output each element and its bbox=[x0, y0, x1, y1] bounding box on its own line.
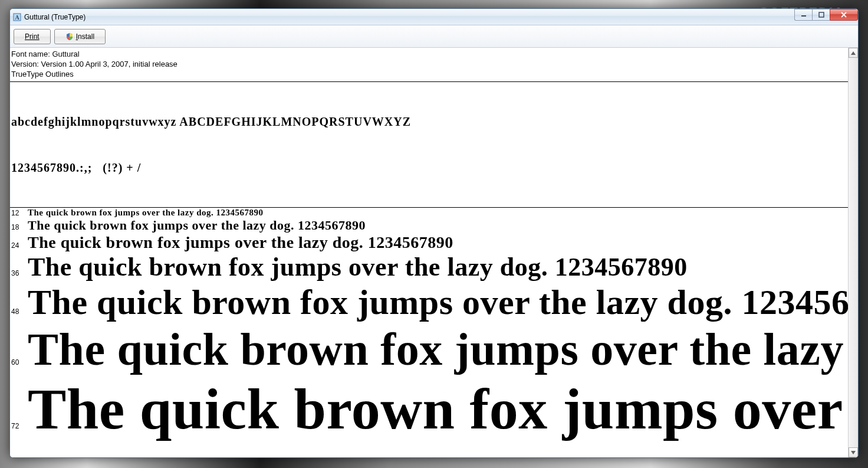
size-label: 24 bbox=[10, 241, 28, 250]
preview-pane: Font name: Guttural Version: Version 1.0… bbox=[10, 48, 848, 457]
sample-row: 48 The quick brown fox jumps over the la… bbox=[10, 282, 848, 323]
sample-text: The quick brown fox jumps over the lazy … bbox=[28, 208, 848, 218]
size-label: 72 bbox=[10, 422, 28, 430]
window-controls bbox=[794, 9, 858, 21]
svg-text:A: A bbox=[15, 14, 19, 21]
size-label: 18 bbox=[10, 223, 28, 231]
app-icon: A bbox=[12, 12, 22, 22]
svg-rect-2 bbox=[801, 15, 806, 17]
sample-lines: 12 The quick brown fox jumps over the la… bbox=[10, 208, 848, 442]
print-button[interactable]: Print bbox=[14, 29, 51, 44]
font-outline-line: TrueType Outlines bbox=[11, 69, 847, 79]
sample-row: 72 The quick brown fox jumps over the la… bbox=[10, 376, 848, 442]
svg-rect-3 bbox=[819, 12, 824, 17]
sample-row: 24 The quick brown fox jumps over the la… bbox=[10, 233, 848, 252]
sample-text: The quick brown fox jumps over the lazy … bbox=[28, 282, 848, 323]
scroll-down-button[interactable] bbox=[849, 447, 858, 457]
character-set: abcdefghijklmnopqrstuvwxyz ABCDEFGHIJKLM… bbox=[10, 82, 848, 208]
minimize-button[interactable] bbox=[794, 9, 812, 21]
size-label: 36 bbox=[10, 269, 28, 277]
scroll-up-button[interactable] bbox=[849, 48, 858, 58]
close-button[interactable] bbox=[830, 9, 858, 21]
font-name-line: Font name: Guttural bbox=[11, 49, 847, 59]
sample-text: The quick brown fox jumps over the lazy … bbox=[28, 252, 848, 282]
sample-text: The quick brown fox jumps over the lazy … bbox=[28, 233, 848, 252]
vertical-scrollbar[interactable] bbox=[848, 48, 858, 457]
titlebar[interactable]: A Guttural (TrueType) bbox=[10, 9, 858, 25]
size-label: 48 bbox=[10, 307, 28, 316]
sample-row: 60 The quick brown fox jumps over the la… bbox=[10, 323, 848, 376]
size-label: 60 bbox=[10, 358, 28, 366]
content-area: Font name: Guttural Version: Version 1.0… bbox=[10, 48, 858, 457]
font-version-line: Version: Version 1.00 April 3, 2007, ini… bbox=[11, 59, 847, 69]
sample-row: 36 The quick brown fox jumps over the la… bbox=[10, 252, 848, 282]
sample-text: The quick brown fox jumps over the lazy … bbox=[28, 376, 848, 442]
size-label: 12 bbox=[10, 209, 28, 217]
charset-lowercase-uppercase: abcdefghijklmnopqrstuvwxyz ABCDEFGHIJKLM… bbox=[11, 114, 847, 129]
sample-row: 18 The quick brown fox jumps over the la… bbox=[10, 218, 848, 233]
sample-text: The quick brown fox jumps over the lazy … bbox=[28, 218, 848, 233]
window-title: Guttural (TrueType) bbox=[24, 13, 856, 21]
shield-icon bbox=[65, 32, 74, 41]
sample-text: The quick brown fox jumps over the lazy … bbox=[28, 323, 848, 376]
scroll-track[interactable] bbox=[849, 58, 858, 447]
maximize-button[interactable] bbox=[812, 9, 830, 21]
sample-row: 12 The quick brown fox jumps over the la… bbox=[10, 208, 848, 218]
charset-digits-symbols: 1234567890.:,; (!?) + / bbox=[11, 160, 847, 175]
toolbar: Print Install bbox=[10, 25, 858, 48]
font-metadata: Font name: Guttural Version: Version 1.0… bbox=[10, 48, 848, 82]
font-preview-window: A Guttural (TrueType) Print bbox=[9, 8, 859, 458]
install-button[interactable]: Install bbox=[54, 29, 106, 44]
